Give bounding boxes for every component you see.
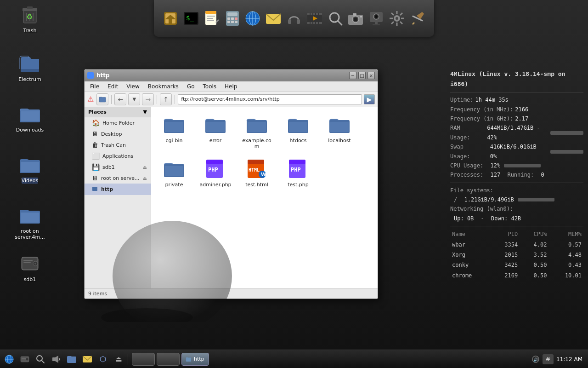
svg-rect-101 (22, 358, 26, 359)
desktop-icon-trash[interactable]: ♻ Trash (9, 2, 51, 35)
menu-tools[interactable]: Tools (199, 82, 220, 91)
bt-window-empty2[interactable] (157, 353, 180, 366)
svg-rect-17 (227, 21, 230, 23)
bt-bluetooth-icon[interactable]: ⬡ (96, 352, 110, 367)
taskbar-editor[interactable] (203, 7, 221, 29)
svg-rect-77 (23, 260, 33, 261)
taskbar-home[interactable] (161, 7, 180, 29)
taskbar-browser[interactable] (243, 7, 262, 29)
minimize-button[interactable]: − (349, 72, 356, 79)
svg-rect-26 (297, 19, 300, 24)
svg-text:🔊: 🔊 (533, 357, 539, 362)
go-button[interactable]: ▶ (364, 94, 375, 104)
bt-audio-icon[interactable] (49, 352, 63, 367)
running-label: Running: (507, 170, 534, 179)
window-buttons-area: http (132, 353, 209, 366)
taskbar-camera[interactable] (346, 7, 365, 29)
sidebar-item-root-server[interactable]: 🖥 root on serve... ⏏ (85, 172, 151, 184)
sidebar-item-applications[interactable]: ⬜ Applications (85, 150, 151, 161)
sidebar-item-http[interactable]: http (85, 184, 151, 195)
content-area: Places ▼ 🏠 Home Folder 🖥 Desktop 🗑 Trash… (85, 107, 378, 288)
sidebar-header[interactable]: Places ▼ (85, 107, 151, 117)
process-table: Name PID CPU% MEM% wbar33544.020.57Xorg2… (450, 229, 583, 281)
back-button[interactable]: ← (114, 93, 126, 105)
taskbar-audio[interactable] (285, 7, 304, 29)
svg-rect-79 (165, 122, 183, 132)
status-text: 9 items (88, 291, 107, 297)
desktop-icon-electrum[interactable]: Electrum (9, 51, 51, 84)
desktop-icon-sdb1[interactable]: sdb1 (9, 251, 51, 284)
proc-name: conky (450, 260, 491, 270)
taskbar-webcam[interactable] (367, 7, 386, 29)
menu-edit[interactable]: Edit (104, 82, 122, 91)
desktop-icon-root-server[interactable]: root on server.4m... (9, 202, 51, 242)
svg-line-59 (400, 13, 402, 15)
maximize-button[interactable]: □ (358, 72, 366, 79)
up-button[interactable]: ↑ (160, 93, 172, 105)
taskbar-email[interactable] (264, 7, 283, 29)
back-dropdown[interactable]: ▼ (128, 93, 140, 105)
taskbar-tools[interactable] (408, 7, 427, 29)
proc-pid: 3425 (491, 260, 520, 270)
file-grid-item[interactable]: htdocs (280, 112, 317, 151)
email-icon (264, 9, 283, 28)
address-bar[interactable]: ftp://root@server.4mlinux.com/srv/http (178, 94, 362, 104)
system-title: 4MLinux (Linux v. 3.18.14-smp on i686) (450, 69, 583, 89)
taskbar-video[interactable] (305, 7, 324, 29)
file-grid-item[interactable]: private (156, 156, 192, 190)
sidebar-item-desktop-label: Desktop (101, 131, 122, 137)
window-controls: − □ × (349, 72, 375, 79)
tray-hash-icon[interactable]: # (543, 354, 554, 364)
bt-window-empty1[interactable] (132, 353, 155, 366)
menu-view[interactable]: View (123, 82, 143, 91)
svg-rect-50 (373, 24, 380, 25)
bt-globe-icon[interactable] (2, 352, 17, 367)
svg-rect-71 (21, 162, 39, 172)
file-grid-item[interactable]: PHP adminer.php (197, 156, 234, 190)
bt-hdd-icon[interactable] (17, 352, 32, 367)
taskbar-terminal[interactable]: $_ (182, 7, 201, 29)
desktop-icon-downloads[interactable]: Downloads (9, 101, 51, 135)
file-grid-item[interactable]: localhost (321, 112, 358, 151)
sidebar-item-sdb1[interactable]: 💾 sdb1 ⏏ (85, 161, 151, 172)
taskbar-search[interactable] (326, 7, 345, 29)
sidebar-item-home-folder[interactable]: 🏠 Home Folder (85, 117, 151, 128)
forward-button[interactable]: → (142, 93, 154, 105)
file-grid-item[interactable]: error (197, 112, 234, 151)
svg-rect-11 (207, 20, 214, 21)
file-grid-item[interactable]: cgi-bin (156, 112, 192, 151)
file-grid-item[interactable]: PHP test.php (280, 156, 317, 190)
file-grid: cgi-bin error example.com htdocs localho… (151, 107, 378, 288)
svg-line-103 (41, 360, 44, 363)
freq-mhz-label: Frequency (in MHz): (450, 105, 513, 114)
taskbar-settings[interactable] (387, 7, 406, 29)
desktop-icon-videos[interactable]: Videos (9, 152, 51, 185)
bt-window-http[interactable]: http (181, 353, 209, 366)
sdb1-eject-icon: ⏏ (143, 165, 147, 170)
file-grid-item[interactable]: HTML W test.html (238, 156, 275, 190)
file-grid-item[interactable]: example.com (238, 112, 275, 151)
new-folder-button[interactable] (96, 93, 108, 105)
sidebar-item-trash-can[interactable]: 🗑 Trash Can (85, 139, 151, 150)
file-icon: PHP (204, 158, 226, 180)
menu-go[interactable]: Go (183, 82, 198, 91)
taskbar-calculator[interactable] (223, 7, 242, 29)
bt-folder-icon[interactable] (64, 352, 79, 367)
svg-rect-44 (353, 13, 356, 16)
menu-file[interactable]: File (86, 82, 103, 91)
bt-eject-icon[interactable]: ⏏ (111, 352, 126, 367)
tray-audio-icon[interactable]: 🔊 (531, 354, 541, 364)
close-button[interactable]: × (368, 72, 375, 79)
bt-email-icon[interactable] (80, 352, 95, 367)
menu-bookmarks[interactable]: Bookmarks (144, 82, 182, 91)
svg-rect-78 (23, 262, 31, 263)
proc-name: chrome (450, 270, 491, 281)
svg-line-60 (391, 22, 394, 24)
menu-help[interactable]: Help (221, 82, 241, 91)
bt-magnifier-icon[interactable] (33, 352, 48, 367)
sidebar-item-desktop[interactable]: 🖥 Desktop (85, 128, 151, 139)
sidebar-item-http-label: http (101, 186, 113, 192)
proc-col-name: Name (450, 229, 491, 239)
sidebar-item-home-label: Home Folder (102, 120, 135, 126)
proc-pid: 3354 (491, 240, 520, 250)
